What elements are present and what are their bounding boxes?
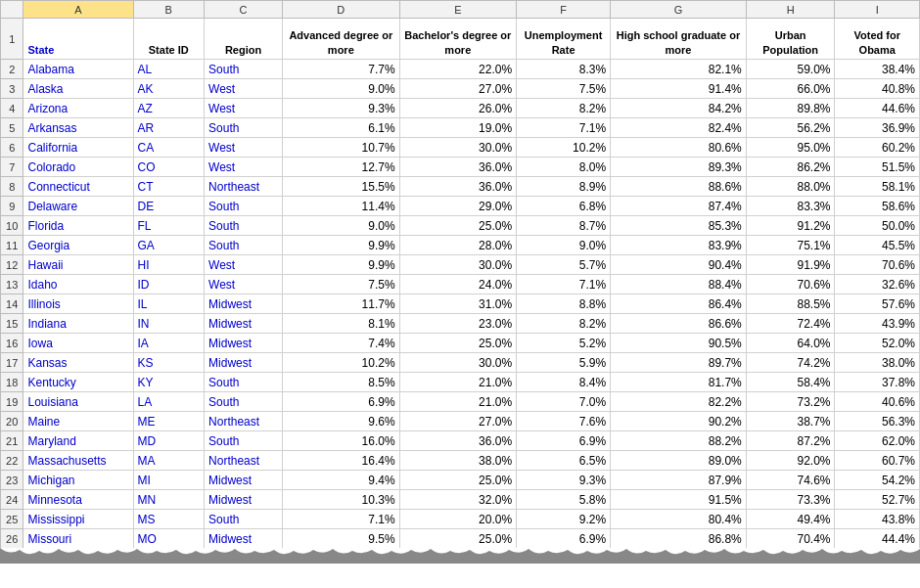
table-row[interactable]: 15IndianaINMidwest8.1%23.0%8.2%86.6%72.4… xyxy=(1,314,920,334)
cell-advanced[interactable]: 12.7% xyxy=(283,158,400,177)
table-row[interactable]: 8ConnecticutCTNortheast15.5%36.0%8.9%88.… xyxy=(1,177,920,197)
cell-region[interactable]: South xyxy=(205,197,283,216)
cell-highschool[interactable]: 84.2% xyxy=(611,99,747,118)
cell-state[interactable]: Minnesota xyxy=(23,490,133,510)
cell-obama[interactable]: 36.9% xyxy=(835,118,920,138)
cell-advanced[interactable]: 8.1% xyxy=(283,314,400,334)
cell-state[interactable]: Alaska xyxy=(23,79,133,99)
cell-state[interactable]: Hawaii xyxy=(23,255,133,275)
table-row[interactable]: 10FloridaFLSouth9.0%25.0%8.7%85.3%91.2%5… xyxy=(1,216,920,236)
cell-unemployment[interactable]: 9.3% xyxy=(517,471,611,490)
cell-region[interactable]: West xyxy=(205,138,283,158)
col-header-h[interactable]: H xyxy=(746,1,835,19)
cell-state[interactable]: Maryland xyxy=(23,431,133,451)
cell-state-id[interactable]: HI xyxy=(133,255,205,275)
cell-obama[interactable]: 60.2% xyxy=(835,138,920,158)
cell-highschool[interactable]: 88.4% xyxy=(611,275,747,294)
cell-bachelors[interactable]: 31.0% xyxy=(399,294,517,314)
cell-urban[interactable]: 92.0% xyxy=(746,451,835,471)
cell-urban[interactable]: 58.4% xyxy=(746,373,835,392)
table-row[interactable]: 14IllinoisILMidwest11.7%31.0%8.8%86.4%88… xyxy=(1,294,920,314)
cell-unemployment[interactable]: 5.7% xyxy=(517,255,611,275)
cell-region[interactable]: South xyxy=(205,216,283,236)
cell-urban[interactable]: 91.9% xyxy=(746,255,835,275)
cell-state-id[interactable]: ME xyxy=(133,412,205,431)
cell-unemployment[interactable]: 8.9% xyxy=(517,177,611,197)
cell-region[interactable]: Midwest xyxy=(205,490,283,510)
cell-highschool[interactable]: 91.5% xyxy=(611,490,747,510)
cell-state[interactable]: Connecticut xyxy=(23,177,133,197)
table-row[interactable]: 2AlabamaALSouth7.7%22.0%8.3%82.1%59.0%38… xyxy=(1,60,920,79)
cell-advanced[interactable]: 9.3% xyxy=(283,99,400,118)
table-row[interactable]: 13IdahoIDWest7.5%24.0%7.1%88.4%70.6%32.6… xyxy=(1,275,920,294)
col-header-b[interactable]: B xyxy=(133,1,205,19)
cell-bachelors[interactable]: 32.0% xyxy=(399,490,517,510)
cell-urban[interactable]: 73.2% xyxy=(746,392,835,412)
cell-state[interactable]: Florida xyxy=(23,216,133,236)
cell-unemployment[interactable]: 10.2% xyxy=(517,138,611,158)
cell-advanced[interactable]: 11.7% xyxy=(283,294,400,314)
cell-state[interactable]: Indiana xyxy=(23,314,133,334)
cell-unemployment[interactable]: 8.2% xyxy=(517,99,611,118)
table-row[interactable]: 12HawaiiHIWest9.9%30.0%5.7%90.4%91.9%70.… xyxy=(1,255,920,275)
table-row[interactable]: 25MississippiMSSouth7.1%20.0%9.2%80.4%49… xyxy=(1,510,920,529)
cell-state[interactable]: Illinois xyxy=(23,294,133,314)
cell-bachelors[interactable]: 19.0% xyxy=(399,118,517,138)
cell-highschool[interactable]: 89.7% xyxy=(611,353,747,373)
cell-highschool[interactable]: 89.3% xyxy=(611,158,747,177)
cell-state-id[interactable]: AR xyxy=(133,118,205,138)
table-row[interactable]: 3AlaskaAKWest9.0%27.0%7.5%91.4%66.0%40.8… xyxy=(1,79,920,99)
cell-obama[interactable]: 43.9% xyxy=(835,314,920,334)
cell-state-id[interactable]: KY xyxy=(133,373,205,392)
cell-obama[interactable]: 51.5% xyxy=(835,158,920,177)
cell-state-id[interactable]: MA xyxy=(133,451,205,471)
cell-advanced[interactable]: 10.2% xyxy=(283,353,400,373)
cell-region[interactable]: South xyxy=(205,60,283,79)
cell-region[interactable]: South xyxy=(205,431,283,451)
cell-advanced[interactable]: 9.5% xyxy=(283,529,400,549)
cell-unemployment[interactable]: 9.2% xyxy=(517,510,611,529)
cell-region[interactable]: West xyxy=(205,158,283,177)
cell-advanced[interactable]: 16.4% xyxy=(283,451,400,471)
cell-advanced[interactable]: 9.0% xyxy=(283,216,400,236)
table-row[interactable]: 24MinnesotaMNMidwest10.3%32.0%5.8%91.5%7… xyxy=(1,490,920,510)
cell-bachelors[interactable]: 28.0% xyxy=(399,236,517,255)
col-header-i[interactable]: I xyxy=(835,1,920,19)
table-row[interactable]: 26MissouriMOMidwest9.5%25.0%6.9%86.8%70.… xyxy=(1,529,920,549)
table-row[interactable]: 4ArizonaAZWest9.3%26.0%8.2%84.2%89.8%44.… xyxy=(1,99,920,118)
cell-highschool[interactable]: 86.6% xyxy=(611,314,747,334)
col-header-f[interactable]: F xyxy=(517,1,611,19)
cell-obama[interactable]: 57.6% xyxy=(835,294,920,314)
cell-state-id[interactable]: LA xyxy=(133,392,205,412)
cell-state[interactable]: Arkansas xyxy=(23,118,133,138)
table-row[interactable]: 18KentuckyKYSouth8.5%21.0%8.4%81.7%58.4%… xyxy=(1,373,920,392)
cell-urban[interactable]: 91.2% xyxy=(746,216,835,236)
cell-state-id[interactable]: MI xyxy=(133,471,205,490)
cell-state-id[interactable]: DE xyxy=(133,197,205,216)
table-row[interactable]: 21MarylandMDSouth16.0%36.0%6.9%88.2%87.2… xyxy=(1,431,920,451)
cell-obama[interactable]: 58.1% xyxy=(835,177,920,197)
table-row[interactable]: 23MichiganMIMidwest9.4%25.0%9.3%87.9%74.… xyxy=(1,471,920,490)
table-row[interactable]: 16IowaIAMidwest7.4%25.0%5.2%90.5%64.0%52… xyxy=(1,334,920,353)
cell-unemployment[interactable]: 8.4% xyxy=(517,373,611,392)
cell-advanced[interactable]: 7.4% xyxy=(283,334,400,353)
col-header-c[interactable]: C xyxy=(205,1,283,19)
cell-state-id[interactable]: IN xyxy=(133,314,205,334)
cell-advanced[interactable]: 6.1% xyxy=(283,118,400,138)
cell-unemployment[interactable]: 8.0% xyxy=(517,158,611,177)
cell-state[interactable]: Colorado xyxy=(23,158,133,177)
cell-advanced[interactable]: 9.4% xyxy=(283,471,400,490)
cell-urban[interactable]: 86.2% xyxy=(746,158,835,177)
cell-unemployment[interactable]: 8.7% xyxy=(517,216,611,236)
cell-state[interactable]: Massachusetts xyxy=(23,451,133,471)
cell-urban[interactable]: 49.4% xyxy=(746,510,835,529)
cell-unemployment[interactable]: 5.8% xyxy=(517,490,611,510)
cell-obama[interactable]: 70.6% xyxy=(835,255,920,275)
cell-unemployment[interactable]: 9.0% xyxy=(517,236,611,255)
cell-highschool[interactable]: 82.1% xyxy=(611,60,747,79)
cell-advanced[interactable]: 9.9% xyxy=(283,236,400,255)
cell-urban[interactable]: 89.8% xyxy=(746,99,835,118)
cell-obama[interactable]: 40.6% xyxy=(835,392,920,412)
cell-obama[interactable]: 52.0% xyxy=(835,334,920,353)
cell-highschool[interactable]: 85.3% xyxy=(611,216,747,236)
